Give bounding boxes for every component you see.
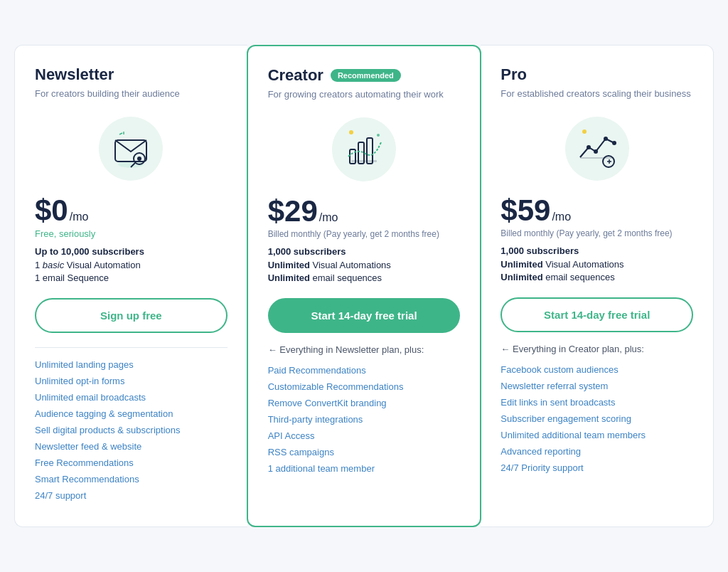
svg-point-11: [349, 130, 353, 134]
newsletter-price-mo: /mo: [70, 211, 89, 223]
list-item: Subscriber engagement scoring: [500, 411, 693, 427]
creator-feature2-suffix: email sequences: [310, 272, 382, 283]
list-item: Customizable Recommendations: [268, 378, 461, 395]
recommended-badge: Recommended: [331, 69, 401, 82]
newsletter-cta-button[interactable]: Sign up free: [35, 298, 228, 333]
svg-point-3: [137, 157, 141, 161]
pro-feature2: Unlimited email sequences: [500, 272, 693, 282]
pro-subscribers: 1,000 subscribers: [500, 245, 693, 256]
list-item: Audience tagging & segmentation: [35, 406, 228, 422]
newsletter-illustration-icon: [109, 127, 152, 170]
newsletter-subtitle: For creators building their audience: [35, 88, 228, 99]
creator-features-list: Paid Recommendations Customizable Recomm…: [268, 362, 461, 503]
pro-features-list: Facebook custom audiences Newsletter ref…: [500, 361, 693, 504]
creator-price: $29: [268, 196, 318, 226]
newsletter-feature1-italic: basic: [43, 260, 64, 270]
newsletter-header: Newsletter For creators building their a…: [35, 65, 228, 107]
svg-point-12: [377, 134, 380, 137]
pro-price-note: Billed monthly (Pay yearly, get 2 months…: [500, 228, 693, 238]
creator-title: Creator: [268, 66, 323, 85]
list-item: 24/7 support: [35, 487, 228, 504]
list-item: Remove ConvertKit branding: [268, 395, 461, 411]
pro-subscribers-suffix: subscribers: [524, 245, 579, 256]
list-item: Edit links in sent broadcasts: [500, 394, 693, 411]
pro-header: Pro For established creators scaling the…: [500, 65, 693, 107]
creator-price-mo: /mo: [319, 211, 338, 224]
list-item: Newsletter referral system: [500, 378, 693, 394]
list-item: Facebook custom audiences: [500, 361, 693, 378]
pro-feature1-bold: Unlimited: [500, 259, 542, 270]
svg-point-21: [582, 129, 587, 134]
list-item: Unlimited email broadcasts: [35, 389, 228, 406]
pro-subscribers-bold: 1,000: [500, 245, 524, 256]
list-item: Unlimited opt-in forms: [35, 373, 228, 389]
creator-feature1-suffix: Visual Automations: [310, 260, 391, 270]
list-item: Newsletter feed & website: [35, 438, 228, 455]
creator-subscribers: 1,000 subscribers: [268, 246, 461, 257]
pro-illustration-icon: [576, 127, 619, 170]
newsletter-title: Newsletter: [35, 65, 114, 84]
newsletter-subscribers-suffix: subscribers: [90, 246, 144, 257]
pro-title: Pro: [500, 65, 527, 84]
svg-point-16: [612, 141, 616, 145]
creator-feature1-bold: Unlimited: [268, 260, 310, 270]
pro-price: $59: [500, 196, 550, 226]
list-item: Free Recommendations: [35, 455, 228, 471]
pro-feature1-suffix: Visual Automations: [543, 259, 624, 270]
newsletter-plan-card: Newsletter For creators building their a…: [14, 45, 247, 527]
pro-plan-card: Pro For established creators scaling the…: [481, 45, 714, 527]
creator-illustration-icon: [343, 128, 385, 171]
list-item: 1 additional team member: [268, 460, 461, 477]
creator-feature2: Unlimited email sequences: [268, 272, 461, 283]
creator-illustration: [268, 114, 461, 185]
creator-subscribers-bold: 1,000: [268, 246, 291, 257]
newsletter-price-row: $0 /mo: [35, 196, 228, 226]
creator-subtitle: For growing creators automating their wo…: [268, 89, 461, 100]
list-item: Sell digital products & subscriptions: [35, 422, 228, 438]
svg-rect-17: [580, 157, 614, 159]
list-item: Smart Recommendations: [35, 471, 228, 487]
list-item: RSS campaigns: [268, 444, 461, 460]
svg-point-15: [594, 149, 598, 154]
creator-feature1: Unlimited Visual Automations: [268, 260, 461, 270]
newsletter-subscribers-bold: 10,000: [61, 246, 90, 257]
newsletter-features-list: Unlimited landing pages Unlimited opt-in…: [35, 356, 228, 504]
creator-price-row: $29 /mo: [268, 196, 461, 226]
svg-point-13: [587, 145, 591, 149]
pro-subtitle: For established creators scaling their b…: [500, 88, 693, 99]
pro-feature2-bold: Unlimited: [500, 272, 542, 282]
pro-price-mo: /mo: [552, 211, 571, 223]
newsletter-feature2: 1 email Sequence: [35, 272, 228, 283]
newsletter-feature1: 1 basic Visual Automation: [35, 260, 228, 270]
list-item: Paid Recommendations: [268, 362, 461, 378]
newsletter-subscribers: Up to 10,000 subscribers: [35, 246, 228, 257]
newsletter-feature1-prefix: 1: [35, 260, 43, 270]
creator-header: Creator Recommended For growing creators…: [268, 66, 461, 108]
creator-cta-button[interactable]: Start 14-day free trial: [268, 298, 461, 333]
creator-plan-card: Creator Recommended For growing creators…: [247, 45, 482, 527]
newsletter-divider: [35, 347, 228, 348]
creator-price-note: Billed monthly (Pay yearly, get 2 months…: [268, 229, 461, 239]
list-item: Advanced reporting: [500, 443, 693, 460]
svg-rect-9: [367, 138, 373, 164]
list-item: Unlimited landing pages: [35, 356, 228, 373]
creator-everything-note: ← Everything in Newsletter plan, plus:: [268, 344, 461, 355]
newsletter-illustration: [35, 113, 228, 184]
pro-illustration: [500, 113, 693, 184]
list-item: Third-party integrations: [268, 411, 461, 428]
pricing-container: Newsletter For creators building their a…: [14, 45, 714, 527]
pro-cta-button[interactable]: Start 14-day free trial: [500, 297, 693, 332]
pro-price-row: $59 /mo: [500, 196, 693, 226]
list-item: 24/7 Priority support: [500, 460, 693, 476]
list-item: Unlimited additional team members: [500, 427, 693, 443]
svg-line-5: [119, 133, 122, 134]
pro-feature2-suffix: email sequences: [543, 272, 615, 282]
pro-feature1: Unlimited Visual Automations: [500, 259, 693, 270]
newsletter-feature1-suffix: Visual Automation: [64, 260, 140, 270]
list-item: API Access: [268, 428, 461, 444]
newsletter-price: $0: [35, 196, 68, 226]
newsletter-price-note: Free, seriously: [35, 228, 228, 239]
creator-subscribers-suffix: subscribers: [291, 246, 346, 257]
creator-feature2-bold: Unlimited: [268, 272, 310, 283]
svg-rect-10: [351, 160, 377, 162]
